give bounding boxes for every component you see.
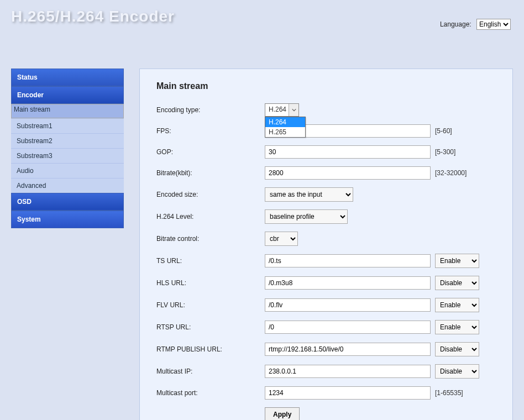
nav-system[interactable]: System [11, 211, 124, 228]
label-rtsp-url: RTSP URL: [156, 323, 265, 331]
hls-url-input[interactable] [265, 276, 431, 290]
label-hls-url: HLS URL: [156, 279, 265, 287]
label-bitrate-control: Bitrate control: [156, 235, 265, 243]
app-title: H.265/H.264 Encoder [11, 8, 513, 25]
label-multicast-port: Multicast port: [156, 389, 265, 397]
row-multicast-port: Multicast port: [1-65535] [156, 386, 496, 400]
nav-osd[interactable]: OSD [11, 193, 124, 211]
label-encoding-type: Encoding type: [156, 106, 265, 114]
apply-button[interactable]: Apply [265, 407, 300, 420]
row-flv-url: FLV URL: Enable [156, 298, 496, 312]
page-title: Main stream [156, 81, 496, 91]
row-hls-url: HLS URL: Disable [156, 276, 496, 290]
hls-url-enable[interactable]: Disable [435, 276, 479, 290]
row-fps: FPS: [5-60] [156, 124, 496, 138]
label-rtmp-url: RTMP PUBLISH URL: [156, 345, 265, 353]
nav-sub-advanced[interactable]: Advanced [11, 178, 124, 193]
row-h264-level: H.264 Level: baseline profile [156, 209, 496, 224]
rtsp-url-input[interactable] [265, 321, 431, 334]
rtsp-url-enable[interactable]: Enable [435, 320, 479, 334]
rtmp-url-enable[interactable]: Disable [435, 342, 479, 356]
hint-fps: [5-60] [435, 127, 452, 135]
row-gop: GOP: [5-300] [156, 145, 496, 159]
rtmp-url-input[interactable] [265, 343, 431, 356]
nav-sub-substream2[interactable]: Substream2 [11, 133, 124, 148]
label-encoded-size: Encoded size: [156, 191, 265, 198]
label-fps: FPS: [156, 127, 265, 135]
label-bitrate: Bitrate(kbit): [156, 169, 265, 177]
multicast-port-input[interactable] [265, 386, 431, 400]
nav-sub-main-stream[interactable]: Main stream [11, 104, 124, 118]
language-picker: Language: English [440, 19, 511, 30]
bitrate-input[interactable] [265, 166, 431, 180]
row-ts-url: TS URL: Enable [156, 254, 496, 268]
chevron-down-icon [289, 104, 298, 116]
hint-bitrate: [32-32000] [435, 169, 467, 177]
header: H.265/H.264 Encoder Language: English [0, 0, 524, 61]
label-h264-level: H.264 Level: [156, 213, 265, 221]
h264-level-select[interactable]: baseline profile [265, 209, 348, 224]
multicast-ip-enable[interactable]: Disable [435, 364, 479, 379]
row-rtsp-url: RTSP URL: Enable [156, 320, 496, 334]
nav-encoder[interactable]: Encoder [11, 86, 124, 104]
gop-input[interactable] [265, 145, 431, 159]
label-gop: GOP: [156, 148, 265, 156]
encoding-type-option-h265[interactable]: H.265 [265, 127, 305, 137]
encoding-type-option-h264[interactable]: H.264 [265, 117, 305, 127]
row-multicast-ip: Multicast IP: Disable [156, 364, 496, 379]
flv-url-enable[interactable]: Enable [435, 298, 479, 312]
label-multicast-ip: Multicast IP: [156, 368, 265, 375]
encoding-type-dropdown: H.264 H.265 [265, 117, 306, 138]
row-bitrate: Bitrate(kbit): [32-32000] [156, 166, 496, 180]
row-encoding-type: Encoding type: H.264 H.264 H.265 [156, 103, 496, 117]
content-panel: Main stream Encoding type: H.264 H.264 H… [139, 69, 513, 420]
row-bitrate-control: Bitrate control: cbr [156, 232, 496, 246]
row-apply: Apply [156, 407, 496, 420]
label-flv-url: FLV URL: [156, 301, 265, 309]
hint-multicast-port: [1-65535] [435, 389, 463, 397]
nav-status[interactable]: Status [11, 69, 124, 86]
multicast-ip-input[interactable] [265, 365, 431, 378]
row-rtmp-url: RTMP PUBLISH URL: Disable [156, 342, 496, 356]
ts-url-input[interactable] [265, 254, 431, 267]
hint-gop: [5-300] [435, 148, 455, 156]
row-encoded-size: Encoded size: same as the input [156, 187, 496, 202]
encoded-size-select[interactable]: same as the input [265, 187, 353, 202]
encoding-type-select[interactable]: H.264 H.264 H.265 [265, 103, 299, 117]
encoding-type-value: H.264 [269, 106, 286, 113]
nav-sub-substream1[interactable]: Substream1 [11, 118, 124, 133]
label-ts-url: TS URL: [156, 257, 265, 265]
language-select[interactable]: English [476, 19, 511, 30]
nav-sub-substream3[interactable]: Substream3 [11, 148, 124, 163]
sidebar: Status Encoder Main stream Substream1 Su… [11, 69, 124, 420]
ts-url-enable[interactable]: Enable [435, 254, 479, 268]
bitrate-control-select[interactable]: cbr [265, 232, 298, 246]
nav-sub-audio[interactable]: Audio [11, 163, 124, 178]
flv-url-input[interactable] [265, 298, 431, 312]
language-label: Language: [440, 20, 471, 28]
